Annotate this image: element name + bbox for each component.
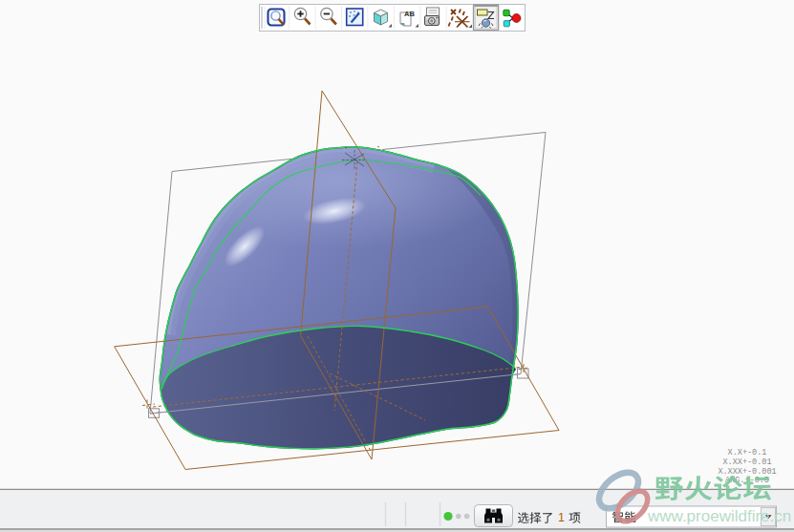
svg-text:www.proewildfire.cn: www.proewildfire.cn	[647, 507, 791, 525]
svg-text:X.X+-0.1: X.X+-0.1	[728, 448, 767, 458]
svg-text:1: 1	[558, 511, 565, 524]
svg-text:X.XX+-0.01: X.XX+-0.01	[722, 458, 771, 467]
svg-text:AB: AB	[404, 10, 415, 18]
svg-text:X.XXX+-0.001: X.XXX+-0.001	[718, 467, 776, 477]
